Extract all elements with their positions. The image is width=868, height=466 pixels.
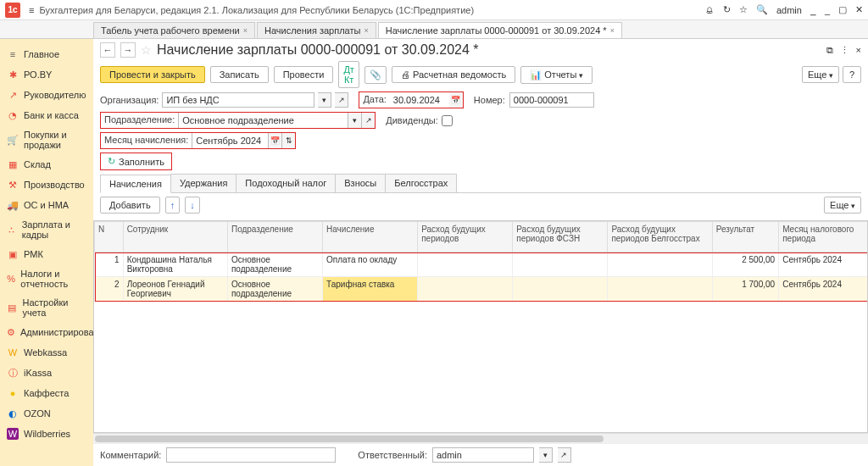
search-icon[interactable]: 🔍 [756,4,768,15]
hammer-icon: ⚒ [7,179,19,191]
close-doc-icon[interactable]: × [856,45,861,56]
month-calendar-icon[interactable]: 📅 [268,133,281,148]
favorite-icon[interactable]: ☆ [141,43,152,57]
h-scrollbar[interactable] [93,433,868,443]
calendar-icon[interactable]: 📅 [449,92,463,108]
org-field[interactable] [162,92,314,108]
sidebar-item-main[interactable]: ≡Главное [0,44,93,64]
sidebar-item-salary[interactable]: ⛬Зарплата и кадры [0,215,93,244]
post-button[interactable]: Провести [274,66,334,83]
move-down-button[interactable]: ↓ [185,197,200,214]
sidebar-item-admin[interactable]: ⚙Администрирование [0,322,93,342]
save-button[interactable]: Записать [210,66,269,83]
sidebar: ≡Главное ✱РО.BY ↗Руководителю ◔Банк и ка… [0,39,93,466]
col-n[interactable]: N [95,222,124,252]
tab-contributions[interactable]: Взносы [335,174,386,192]
attach-button[interactable]: 📎 [364,66,387,84]
sidebar-item-rmk[interactable]: ▣РМК [0,244,93,264]
sidebar-item-ikassa[interactable]: ⓘiKassa [0,363,93,383]
menu-icon[interactable]: ⎯ [810,5,816,15]
grid[interactable]: N Сотрудник Подразделение Начисление Рас… [93,220,868,433]
menu-dots-icon[interactable]: ⋮ [840,45,849,56]
sidebar-item-trade[interactable]: 🛒Покупки и продажи [0,125,93,154]
forward-button[interactable]: → [120,42,136,58]
dept-field[interactable] [178,113,348,128]
back-button[interactable]: ← [100,42,115,58]
post-close-button[interactable]: Провести и закрыть [100,66,205,83]
close-icon[interactable]: ✕ [855,4,863,15]
truck-icon: 🚚 [7,199,19,211]
sidebar-item-bank[interactable]: ◔Банк и касса [0,105,93,125]
org-open-icon[interactable]: ↗ [335,92,348,108]
sidebar-item-kaffesta[interactable]: ●Каффеста [0,383,93,403]
sidebar-item-os[interactable]: 🚚ОС и НМА [0,195,93,215]
sidebar-item-manager[interactable]: ↗Руководителю [0,85,93,105]
chart-icon: ↗ [7,89,19,101]
star-icon[interactable]: ☆ [739,4,748,15]
sidebar-item-roby[interactable]: ✱РО.BY [0,64,93,85]
resp-dropdown-icon[interactable]: ▾ [539,447,553,463]
link-icon[interactable]: ⧉ [826,45,833,56]
col-accr[interactable]: Начисление [323,222,418,252]
move-up-button[interactable]: ↑ [165,197,181,214]
sidebar-item-tax[interactable]: %Налоги и отчетность [0,264,93,293]
sidebar-item-stock[interactable]: ▦Склад [0,154,93,175]
comment-label: Комментарий: [100,450,161,460]
sidebar-item-settings[interactable]: ▤Настройки учета [0,293,93,322]
resp-open-icon[interactable]: ↗ [558,447,571,463]
history-icon[interactable]: ↻ [723,4,731,15]
date-field[interactable] [390,92,449,108]
fill-button[interactable]: ↻Заполнить [101,153,171,169]
dt-kt-button[interactable]: ДтКт [338,61,359,88]
dept-dropdown-icon[interactable]: ▾ [348,113,361,128]
close-icon[interactable]: × [243,26,248,35]
col-exp-fszn[interactable]: Расход будущих периодов ФСЗН [513,222,608,252]
dot-icon: ● [7,387,19,399]
tab-timesheet[interactable]: Табель учета рабочего времени× [93,22,255,38]
burger-icon[interactable]: ≡ [29,5,34,15]
table-row[interactable]: 2 Лореонов Геннадий Георгиевич Основное … [95,277,869,302]
help-button[interactable]: ? [843,66,861,83]
dept-open-icon[interactable]: ↗ [361,113,375,128]
month-field[interactable] [192,133,268,148]
minimize-icon[interactable]: _ [825,5,830,15]
org-dropdown-icon[interactable]: ▾ [318,92,331,108]
tab-payroll-doc[interactable]: Начисление зарплаты 0000-000091 от 30.09… [378,22,622,38]
maximize-icon[interactable]: ▢ [838,4,847,15]
dividends-checkbox[interactable] [442,115,453,126]
close-icon[interactable]: × [364,26,368,35]
w-icon: W [7,347,19,358]
sidebar-item-wb[interactable]: WWildberries [0,424,93,444]
print-button[interactable]: 🖨 Расчетная ведомость [392,66,515,83]
reports-button[interactable]: 📊 Отчеты [520,66,593,84]
grid-more-button[interactable]: Еще [824,197,861,214]
month-spinner-icon[interactable]: ⇅ [281,133,295,148]
tab-bgs[interactable]: Белгосстрах [385,174,457,192]
col-tax-month[interactable]: Месяц налогового периода [779,222,868,252]
user-label[interactable]: admin [776,5,802,15]
tab-payroll-list[interactable]: Начисления зарплаты× [257,22,376,38]
sidebar-item-webkassa[interactable]: WWebkassa [0,342,93,363]
col-exp-bgs[interactable]: Расход будущих периодов Белгосстрах [608,222,712,252]
tab-accruals[interactable]: Начисления [100,175,171,193]
col-exp[interactable]: Расход будущих периодов [418,222,513,252]
col-emp[interactable]: Сотрудник [123,222,227,252]
pos-icon: ▣ [7,248,19,260]
comment-field[interactable] [166,447,336,463]
resp-field[interactable] [432,447,534,463]
sidebar-item-ozon[interactable]: ◐OZON [0,403,93,424]
refresh-icon: ↻ [108,156,115,167]
bell-icon[interactable]: 🕭 [705,5,715,15]
col-dept[interactable]: Подразделение [227,222,322,252]
col-result[interactable]: Результат [712,222,778,252]
tab-income-tax[interactable]: Подоходный налог [236,174,336,192]
sidebar-item-prod[interactable]: ⚒Производство [0,175,93,195]
table-row[interactable]: 1 Кондрашина Наталья Викторовна Основное… [95,252,869,277]
percent-icon: % [7,273,15,285]
add-row-button[interactable]: Добавить [100,197,160,214]
close-icon[interactable]: × [610,26,615,35]
tab-deductions[interactable]: Удержания [170,174,236,192]
num-field[interactable] [509,92,594,108]
dividends-label: Дивиденды: [386,115,438,125]
more-button[interactable]: Еще [802,66,839,83]
